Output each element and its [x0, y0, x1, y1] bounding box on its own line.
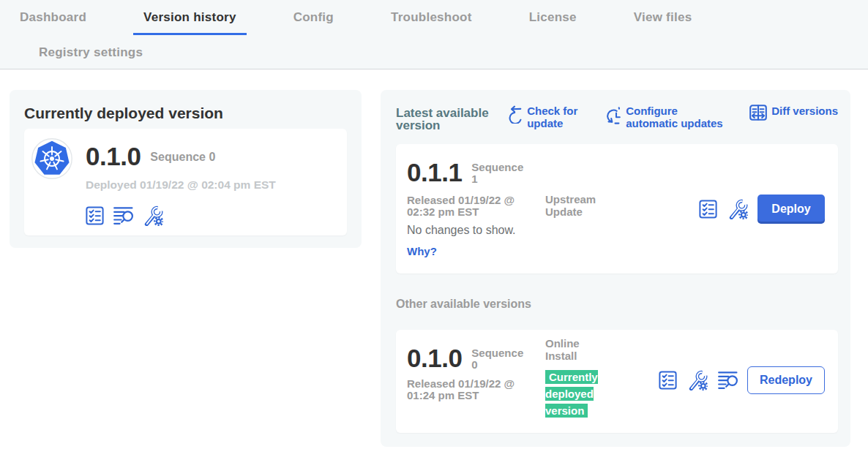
latest-version-column: 0.1.1 Sequence 1 Released 01/19/22 @ 02:…: [407, 144, 545, 258]
diff-versions-icon: [749, 105, 767, 124]
latest-released-timestamp: Released 01/19/22 @ 02:32 pm EST: [407, 195, 531, 218]
deploy-logs-icon[interactable]: [718, 371, 738, 390]
edit-config-icon[interactable]: [727, 199, 748, 219]
preflight-checklist-icon[interactable]: [86, 206, 104, 225]
status-badge-wrap: Currently deployed version: [545, 369, 601, 419]
deploy-button[interactable]: Deploy: [757, 195, 825, 224]
kubernetes-logo-icon: [31, 138, 72, 179]
tab-view-files[interactable]: View files: [624, 1, 703, 35]
other-version-source-label: Online Install: [545, 337, 580, 362]
check-for-update-link[interactable]: Check for update: [507, 105, 579, 129]
latest-version-number: 0.1.1: [407, 159, 462, 185]
other-versions-title: Other available versions: [396, 298, 838, 311]
preflight-checklist-icon[interactable]: [659, 371, 677, 390]
check-for-update-label: Check for update: [527, 105, 579, 129]
redeploy-button[interactable]: Redeploy: [747, 366, 825, 394]
other-version-number: 0.1.0: [407, 345, 462, 371]
diff-versions-link[interactable]: Diff versions: [749, 105, 838, 124]
nav-secondary-row: Registry settings: [0, 35, 868, 69]
deploy-logs-icon[interactable]: [113, 206, 133, 225]
available-versions-panel: Latest available version Check for updat…: [381, 90, 850, 447]
other-version-column: 0.1.0 Sequence 0 Released 01/19/22 @ 01:…: [407, 330, 545, 401]
edit-config-icon[interactable]: [143, 205, 163, 226]
deployed-version-number: 0.1.0: [86, 143, 141, 169]
latest-sequence-label: Sequence 1: [471, 162, 527, 185]
schedule-update-icon: [605, 105, 621, 127]
tab-version-history[interactable]: Version history: [133, 1, 247, 35]
edit-config-icon[interactable]: [687, 370, 708, 390]
other-released-timestamp: Released 01/19/22 @ 01:24 pm EST: [407, 378, 531, 401]
tab-license[interactable]: License: [519, 1, 587, 35]
latest-version-row: 0.1.1 Sequence 1 Released 01/19/22 @ 02:…: [396, 144, 838, 273]
no-changes-text: No changes to show.: [407, 224, 545, 237]
other-version-source: Online Install Currently deployed versio…: [545, 338, 611, 420]
why-link[interactable]: Why?: [407, 245, 437, 257]
deployed-sequence-label: Sequence 0: [150, 151, 215, 164]
deployed-action-icons: [86, 205, 276, 226]
latest-available-title: Latest available version: [396, 105, 502, 132]
currently-deployed-panel: Currently deployed version 0.1.0 Sequenc…: [10, 90, 362, 248]
tab-config[interactable]: Config: [283, 1, 344, 35]
latest-available-header: Latest available version Check for updat…: [396, 105, 838, 144]
refresh-arrow-icon: [507, 105, 523, 127]
diff-versions-label: Diff versions: [771, 105, 838, 118]
version-history-page: Currently deployed version 0.1.0 Sequenc…: [0, 69, 868, 447]
deployed-version-info: 0.1.0 Sequence 0 Deployed 01/19/22 @ 02:…: [86, 136, 276, 226]
currently-deployed-badge: Currently deployed version: [545, 370, 598, 418]
tab-registry-settings[interactable]: Registry settings: [29, 38, 153, 69]
latest-version-source: Upstream Update: [545, 194, 611, 219]
tab-troubleshoot[interactable]: Troubleshoot: [381, 1, 482, 35]
tab-dashboard[interactable]: Dashboard: [10, 1, 97, 35]
preflight-checklist-icon[interactable]: [699, 200, 717, 219]
latest-version-actions: Deploy: [699, 195, 825, 224]
configure-automatic-updates-label: Configure automatic updates: [626, 105, 723, 129]
other-version-actions: Redeploy: [659, 366, 825, 394]
configure-automatic-updates-link[interactable]: Configure automatic updates: [605, 105, 723, 129]
other-sequence-label: Sequence 0: [471, 347, 527, 371]
header-actions: Check for update Configure automatic upd…: [507, 105, 838, 129]
currently-deployed-card: 0.1.0 Sequence 0 Deployed 01/19/22 @ 02:…: [24, 129, 347, 235]
other-version-row: 0.1.0 Sequence 0 Released 01/19/22 @ 01:…: [396, 330, 838, 433]
deployed-timestamp: Deployed 01/19/22 @ 02:04 pm EST: [86, 178, 276, 192]
currently-deployed-title: Currently deployed version: [24, 105, 347, 129]
nav-primary-row: Dashboard Version history Config Trouble…: [0, 0, 868, 35]
app-nav: Dashboard Version history Config Trouble…: [0, 0, 868, 69]
